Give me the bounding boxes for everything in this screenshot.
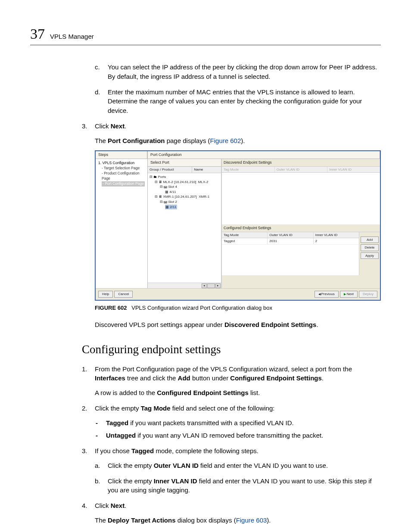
text: Enter the maximum number of MAC entries …	[108, 88, 362, 115]
port-tree[interactable]: ⊟ 🖿 Ports ⊟ 🖥 MLX-2 [10.24.61.210] MLX-2…	[148, 173, 221, 283]
step-4: 4. Click Next. The Deploy Target Actions…	[82, 501, 381, 525]
section-heading: Configuring endpoint settings	[82, 341, 381, 358]
deploy-button: Deploy	[359, 291, 377, 298]
discovered-columns: Tag Mode Outer VLAN ID Inner VLAN ID	[222, 167, 380, 173]
list-item-c: c. You can select the IP address of the …	[95, 62, 381, 81]
page-header: 37 VPLS Manager	[30, 26, 381, 45]
after-figure-text: Discovered VPLS port settings appear und…	[95, 320, 381, 330]
delete-button[interactable]: Delete	[361, 244, 379, 251]
figure-602-caption: FIGURE 602 VPLS Configuration wizard Por…	[95, 304, 381, 312]
horizontal-scrollbar[interactable]: ◂▸	[148, 283, 221, 288]
page-number: 37	[30, 26, 45, 42]
help-button[interactable]: Help	[98, 291, 113, 298]
add-button[interactable]: Add	[361, 236, 379, 243]
step-2: 2. Click the empty Tag Mode field and se…	[82, 404, 381, 440]
select-port-columns: Group / Product Name	[148, 167, 221, 173]
bullet-untagged: -Untagged if you want any VLAN ID remove…	[95, 431, 381, 440]
step-3: 3. Click Next. The Port Configuration pa…	[82, 121, 381, 330]
step-1: 1. From the Port Configuration page of t…	[82, 364, 381, 398]
step-3b: 3. If you chose Tagged mode, complete th…	[82, 446, 381, 495]
steps-nav: 1. VPLS Configuration - Target Selection…	[96, 159, 147, 288]
figure-link-603[interactable]: Figure 603	[236, 516, 267, 524]
select-port-label: Select Port	[148, 159, 221, 167]
previous-button[interactable]: ◀Previous	[314, 291, 339, 298]
discovered-table-body	[222, 173, 380, 224]
configured-columns: Tag Mode Outer VLAN ID Inner VLAN ID	[222, 232, 359, 239]
cancel-button[interactable]: Cancel	[114, 291, 133, 298]
discovered-settings-label: Discovered Endpoint Settings	[222, 159, 380, 166]
apply-button[interactable]: Apply	[361, 252, 379, 259]
bullet-tagged: -Tagged if you want packets transmitted …	[95, 418, 381, 428]
steps-panel-label: Steps	[96, 151, 147, 159]
substep-b: b. Click the empty Inner VLAN ID field a…	[95, 476, 381, 495]
figure-link-602[interactable]: Figure 602	[210, 137, 241, 144]
port-config-label: Port Configuration	[148, 151, 380, 159]
substep-a: a. Click the empty Outer VLAN ID field a…	[95, 461, 381, 470]
next-button[interactable]: ▶Next	[340, 291, 358, 298]
figure-602-screenshot: Steps 1. VPLS Configuration - Target Sel…	[95, 150, 381, 301]
list-item-d: d. Enter the maximum number of MAC entri…	[95, 87, 381, 115]
configured-settings-label: Configured Endpoint Settings	[222, 224, 380, 232]
table-row[interactable]: Tagged 2031 2	[222, 238, 359, 245]
text: You can select the IP address of the pee…	[108, 63, 377, 80]
header-title: VPLS Manager	[50, 33, 94, 40]
